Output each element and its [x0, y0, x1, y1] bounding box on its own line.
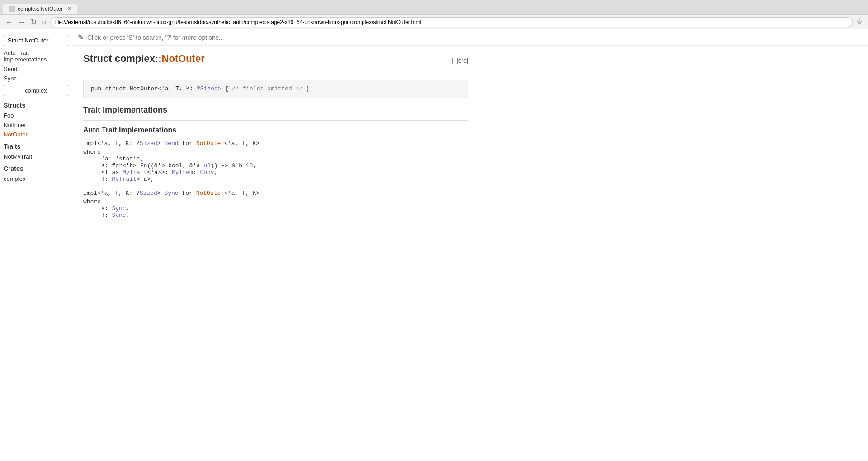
page-title: Struct complex::NotOuter	[83, 53, 205, 65]
sidebar: Struct NotOuter Auto Trait Implementatio…	[0, 29, 72, 461]
search-icon: ✎	[78, 33, 84, 42]
tab-favicon	[9, 6, 15, 12]
trait-impl-title: Trait Implementations	[83, 105, 468, 117]
sidebar-item-notmytrait[interactable]: NotMyTrait	[0, 152, 72, 161]
sidebar-item-auto-trait[interactable]: Auto Trait Implementations	[0, 48, 72, 64]
traits-category: Traits	[0, 139, 72, 152]
struct-code-block: pub struct NotOuter<'a, T, K: ?Sized> { …	[83, 80, 468, 98]
tab-close-button[interactable]: ✕	[67, 6, 71, 12]
nav-bar: ← → ↻ ○ ☆	[0, 14, 868, 29]
active-tab[interactable]: complex::NotOuter ✕	[3, 4, 77, 14]
sidebar-item-notouter[interactable]: NotOuter	[0, 130, 72, 139]
sidebar-item-complex-crate[interactable]: complex	[0, 174, 72, 183]
address-bar[interactable]	[50, 17, 853, 27]
tab-bar: complex::NotOuter ✕	[0, 0, 868, 14]
sidebar-item-notinner[interactable]: NotInner	[0, 120, 72, 130]
impl-sync-signature: impl<'a, T, K: ?Sized> Sync for NotOuter…	[83, 190, 468, 197]
sidebar-item-sync[interactable]: Sync	[0, 74, 72, 83]
main-area: Struct NotOuter Auto Trait Implementatio…	[0, 29, 868, 461]
src-link[interactable]: [src]	[457, 57, 468, 64]
trait-impl-divider	[83, 120, 468, 121]
reload-button[interactable]: ↻	[29, 17, 38, 27]
browser-chrome: complex::NotOuter ✕ ← → ↻ ○ ☆	[0, 0, 868, 29]
impl-send-where: where 'a: 'static, K: for<'b> Fn((&'b bo…	[83, 149, 468, 183]
code-line: pub struct NotOuter<'a, T, K: ?Sized> { …	[91, 85, 310, 92]
impl-sync-block: impl<'a, T, K: ?Sized> Sync for NotOuter…	[83, 190, 468, 219]
search-bar: ✎	[72, 29, 868, 46]
forward-button[interactable]: →	[16, 17, 27, 27]
impl-send-signature: impl<'a, T, K: ?Sized> Send for NotOuter…	[83, 140, 468, 147]
struct-prefix: Struct complex::	[83, 53, 162, 64]
bookmark-button[interactable]: ☆	[854, 17, 864, 27]
home-button[interactable]: ○	[40, 17, 48, 27]
search-input[interactable]	[87, 34, 863, 41]
title-row: Struct complex::NotOuter [-] [src]	[83, 53, 468, 72]
struct-notouter-button[interactable]: Struct NotOuter	[4, 35, 68, 46]
crates-category: Crates	[0, 161, 72, 174]
crate-box[interactable]: complex	[4, 85, 68, 96]
collapse-link[interactable]: [-]	[447, 57, 453, 64]
auto-trait-impl-title: Auto Trait Implementations	[83, 126, 468, 136]
back-button[interactable]: ←	[4, 17, 14, 27]
title-actions: [-] [src]	[445, 57, 468, 64]
sidebar-item-foo[interactable]: Foo	[0, 111, 72, 120]
struct-name: NotOuter	[162, 53, 205, 64]
impl-send-block: impl<'a, T, K: ?Sized> Send for NotOuter…	[83, 140, 468, 183]
tab-title: complex::NotOuter	[18, 6, 63, 12]
impl-sync-where: where K: Sync, T: Sync,	[83, 198, 468, 219]
sidebar-item-send[interactable]: Send	[0, 64, 72, 74]
content-area: ✎ Struct complex::NotOuter [-] [src] pub…	[72, 29, 868, 461]
structs-category: Structs	[0, 98, 72, 111]
content-inner: Struct complex::NotOuter [-] [src] pub s…	[72, 46, 479, 233]
